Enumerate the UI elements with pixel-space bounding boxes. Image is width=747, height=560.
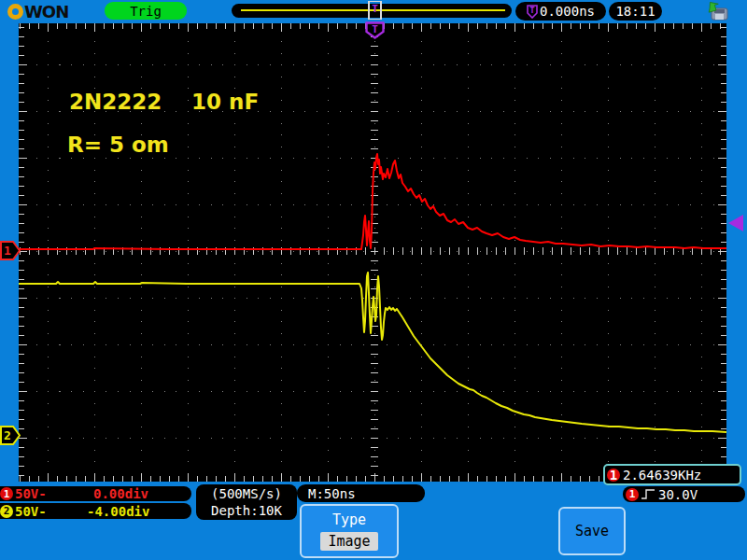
ch1-ground-marker[interactable]: 1 xyxy=(0,241,21,260)
frequency-counter: 1 2.64639KHz xyxy=(603,464,741,485)
waveform-display-area: 2N2222 10 nF R= 5 om xyxy=(19,23,726,482)
trace-ch1 xyxy=(19,154,726,249)
owon-logo: WON xyxy=(7,1,68,21)
acquisition-readout: (500MS/s) Depth:10K xyxy=(196,484,297,520)
clock-readout: 18:11 xyxy=(609,2,662,21)
type-value-selected[interactable]: Image xyxy=(320,532,377,551)
ch1-badge-icon: 1 xyxy=(607,469,620,482)
svg-text:T: T xyxy=(529,6,535,15)
svg-text:2: 2 xyxy=(4,428,11,442)
top-status-bar: WON Trig T T 0.000ns 18:11 xyxy=(0,0,747,23)
trigger-time-value: 0.000ns xyxy=(540,4,595,19)
trigger-level-value: 30.0V xyxy=(658,487,698,502)
annotation-resistance: R= 5 om xyxy=(67,133,169,157)
trigger-position-window-indicator[interactable]: T xyxy=(368,1,382,20)
trace-ch2 xyxy=(19,273,726,432)
sample-rate: (500MS/s) xyxy=(211,485,282,502)
trigger-settings-readout: 1 30.0V xyxy=(623,486,745,502)
ch2-badge-icon: 2 xyxy=(0,505,13,518)
ch1-badge-icon: 1 xyxy=(0,487,13,500)
ch1-position: 0.00div xyxy=(93,486,148,501)
ch2-position: -4.00div xyxy=(87,504,149,519)
trigger-t-icon: T xyxy=(527,5,538,19)
trigger-time-readout: T 0.000ns xyxy=(515,2,606,21)
trigger-position-marker[interactable]: T xyxy=(365,21,385,39)
owon-logo-o-icon xyxy=(7,4,23,20)
usb-storage-icon xyxy=(704,2,732,21)
memory-depth: Depth:10K xyxy=(211,502,282,519)
ch2-info-readout: 2 50V- -4.00div xyxy=(0,503,191,519)
oscilloscope-screen: WON Trig T T 0.000ns 18:11 2N2222 10 nF … xyxy=(0,0,747,560)
timebase-readout: M:50ns xyxy=(297,484,425,502)
annotation-part-number: 2N2222 xyxy=(69,90,162,114)
frequency-value: 2.64639KHz xyxy=(623,468,701,483)
annotation-capacitance: 10 nF xyxy=(191,90,259,114)
trigger-source-badge-icon: 1 xyxy=(626,488,639,501)
ch2-scale: 50V- xyxy=(15,504,47,519)
trigger-status-badge: Trig xyxy=(105,2,187,20)
save-button[interactable]: Save xyxy=(558,507,626,555)
trigger-level-arrow[interactable] xyxy=(727,215,744,232)
svg-text:1: 1 xyxy=(4,244,11,258)
owon-logo-text: WON xyxy=(24,2,68,21)
type-label: Type xyxy=(332,511,366,528)
ch1-info-readout: 1 50V- 0.00div xyxy=(0,486,191,501)
svg-text:T: T xyxy=(372,23,378,35)
ch2-ground-marker[interactable]: 2 xyxy=(0,426,21,445)
rising-edge-icon xyxy=(641,488,655,500)
type-menu-button[interactable]: Type Image xyxy=(300,504,399,558)
ch1-scale: 50V- xyxy=(15,486,47,501)
